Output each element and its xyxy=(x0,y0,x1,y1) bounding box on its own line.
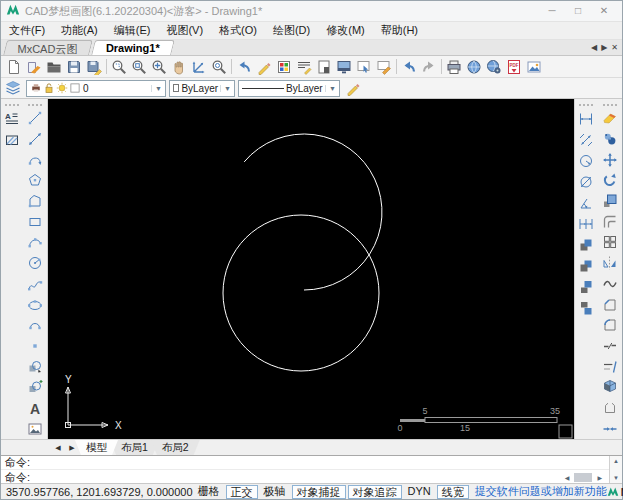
dim-aligned-button[interactable] xyxy=(575,129,597,150)
zoom-center-button[interactable] xyxy=(209,57,229,77)
copy-button[interactable] xyxy=(599,129,621,150)
point-button[interactable] xyxy=(24,336,46,357)
doctab-close-icon[interactable]: ✕ xyxy=(611,43,618,52)
linetype-combobox[interactable]: ByLayer ▼ xyxy=(238,80,340,97)
image-button[interactable] xyxy=(24,418,46,439)
draworder-front-button[interactable] xyxy=(575,234,597,255)
doctab-drawing1[interactable]: Drawing1* xyxy=(91,40,175,55)
save-as-button[interactable] xyxy=(84,57,104,77)
select-window-button[interactable] xyxy=(354,57,374,77)
web-globe-button[interactable] xyxy=(464,57,484,77)
insert-block-button[interactable] xyxy=(24,356,46,377)
layout-prev-icon[interactable]: ◀ xyxy=(51,440,65,455)
create-block-button[interactable] xyxy=(24,377,46,398)
print-button[interactable] xyxy=(444,57,464,77)
toggle-grid[interactable]: 栅格 xyxy=(194,485,224,499)
draw-pencil-button[interactable] xyxy=(254,57,274,77)
layout-tab-layout2[interactable]: 布局2 xyxy=(151,440,200,455)
image-export-button[interactable] xyxy=(524,57,544,77)
offset-button[interactable] xyxy=(599,211,621,232)
redo-button[interactable] xyxy=(419,57,439,77)
toggle-polar[interactable]: 极轴 xyxy=(260,485,290,499)
layer-combobox[interactable]: 0 ▼ xyxy=(26,80,166,97)
join-button[interactable] xyxy=(599,418,621,439)
doctab-prev-icon[interactable]: ◀ xyxy=(591,43,597,52)
color-combobox[interactable]: ByLayer ▼ xyxy=(169,80,235,97)
toggle-dyn[interactable]: DYN xyxy=(404,485,435,499)
maximize-button[interactable]: □ xyxy=(565,2,591,20)
toggle-lineweight[interactable]: 线宽 xyxy=(437,485,469,499)
zoom-dynamic-button[interactable] xyxy=(109,57,129,77)
doctab-mxcad-cloud[interactable]: MxCAD云图 xyxy=(3,40,93,55)
mirror-button[interactable] xyxy=(599,253,621,274)
view-back-button[interactable] xyxy=(234,57,254,77)
text-lines-button[interactable] xyxy=(294,57,314,77)
xline-button[interactable] xyxy=(24,129,46,150)
scrollbar-thumb[interactable] xyxy=(574,473,592,482)
open-cloud-button[interactable] xyxy=(24,57,44,77)
zoom-extents-button[interactable] xyxy=(149,57,169,77)
new-file-button[interactable] xyxy=(4,57,24,77)
scale-button[interactable] xyxy=(599,191,621,212)
menu-item-function[interactable]: 功能(A) xyxy=(53,22,106,39)
menu-item-format[interactable]: 格式(O) xyxy=(211,22,265,39)
toggle-osnap[interactable]: 对象捕捉 xyxy=(292,485,346,499)
arc-3pt-button[interactable] xyxy=(24,232,46,253)
line-button[interactable] xyxy=(24,108,46,129)
menu-item-edit[interactable]: 编辑(E) xyxy=(106,22,159,39)
chevron-down-icon[interactable]: ▼ xyxy=(220,85,231,92)
undo-button[interactable] xyxy=(399,57,419,77)
close-button[interactable]: ✕ xyxy=(591,2,617,20)
chevron-down-icon[interactable]: ▼ xyxy=(325,85,336,92)
trim-button[interactable] xyxy=(599,356,621,377)
feedback-link[interactable]: 提交软件问题或增加新功能 xyxy=(475,484,607,499)
edit-spline-button[interactable] xyxy=(599,274,621,295)
text-format-button[interactable]: A xyxy=(1,108,23,129)
draworder-above-button[interactable] xyxy=(575,276,597,297)
drawing-canvas[interactable]: XY051535 xyxy=(48,99,574,439)
ellipse-button[interactable] xyxy=(24,294,46,315)
layers-button[interactable] xyxy=(3,78,23,98)
circle-button[interactable] xyxy=(24,253,46,274)
save-button[interactable] xyxy=(64,57,84,77)
menu-item-modify[interactable]: 修改(M) xyxy=(318,22,373,39)
menu-item-help[interactable]: 帮助(H) xyxy=(373,22,426,39)
toggle-ortho[interactable]: 正交 xyxy=(226,485,258,499)
ucs-axes-button[interactable] xyxy=(189,57,209,77)
text-button[interactable]: A xyxy=(24,398,46,419)
pan-button[interactable] xyxy=(169,57,189,77)
erase-button[interactable] xyxy=(599,108,621,129)
draworder-back-button[interactable] xyxy=(575,255,597,276)
page-setup-button[interactable] xyxy=(314,57,334,77)
dim-continue-button[interactable] xyxy=(575,213,597,234)
pedit-button[interactable] xyxy=(599,398,621,419)
menu-item-view[interactable]: 视图(V) xyxy=(158,22,211,39)
layout-tab-layout1[interactable]: 布局1 xyxy=(110,440,159,455)
explode-button[interactable] xyxy=(599,377,621,398)
pdf-export-button[interactable]: PDF xyxy=(504,57,524,77)
fillet-button[interactable] xyxy=(599,315,621,336)
rectangle-button[interactable] xyxy=(24,211,46,232)
menu-item-draw[interactable]: 绘图(D) xyxy=(265,22,318,39)
arc-entity[interactable] xyxy=(244,134,382,290)
linetype-edit-button[interactable] xyxy=(343,78,363,98)
color-palette-button[interactable] xyxy=(274,57,294,77)
toggle-otrack[interactable]: 对象追踪 xyxy=(348,485,402,499)
polyline-button[interactable] xyxy=(24,191,46,212)
move-button[interactable] xyxy=(599,149,621,170)
rotate-button[interactable] xyxy=(599,170,621,191)
dim-angular-button[interactable] xyxy=(575,192,597,213)
spline-button[interactable] xyxy=(24,274,46,295)
command-input-line[interactable]: 命令: ◀ ▶ xyxy=(1,470,609,484)
circle-entity[interactable] xyxy=(223,215,379,371)
command-window[interactable]: 命令: 命令: ◀ ▶ ▲ ▼ xyxy=(1,455,622,483)
break-button[interactable] xyxy=(599,336,621,357)
array-button[interactable] xyxy=(599,232,621,253)
chevron-down-icon[interactable]: ▼ xyxy=(151,85,162,92)
screen-capture-button[interactable] xyxy=(334,57,354,77)
arc-button[interactable] xyxy=(24,149,46,170)
dim-linear-button[interactable] xyxy=(575,108,597,129)
draworder-below-button[interactable] xyxy=(575,297,597,318)
arc-cse-button[interactable] xyxy=(24,315,46,336)
web-settings-button[interactable] xyxy=(484,57,504,77)
